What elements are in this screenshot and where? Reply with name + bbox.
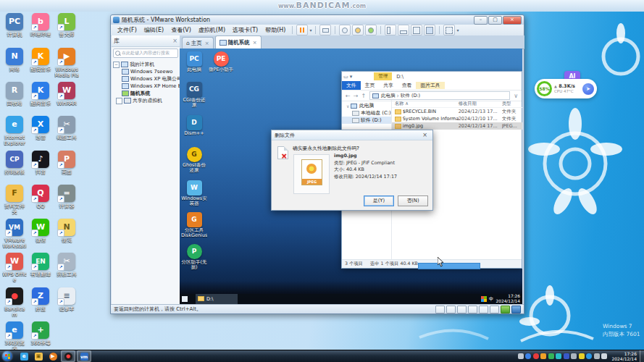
accelerator-ball-widget[interactable]: 58% ▲ 8.3K/s CPU 47°C ➤ [535,79,597,98]
minimize-button[interactable]: – [474,16,488,25]
ribbon-tab-home[interactable]: 主页 [361,82,380,89]
tab-close-icon[interactable]: × [205,41,209,46]
tray-icon[interactable] [540,353,546,359]
tray-icon[interactable] [556,353,561,359]
desktop-icon-network[interactable]: N网络 [2,48,27,72]
tray-icon[interactable] [594,353,600,359]
desktop-icon-folder[interactable]: F资料文件夹 [2,185,27,215]
library-close-icon[interactable]: × [172,38,177,44]
desktop-icon-notepad[interactable]: ≡↗记事本 [54,287,79,312]
desktop-icon-bandicam[interactable]: ●↗Bandicam [2,287,27,318]
dialog-close-icon[interactable]: × [420,132,430,138]
menu-view[interactable]: 查看(V) [167,25,195,35]
toolbar-fullscreen-button[interactable] [443,25,455,35]
close-button[interactable]: × [503,16,522,25]
toolbar-show-thumbnail-bar-button[interactable] [398,25,409,35]
quick-access-caret-icon[interactable]: ▾ [350,74,353,80]
desktop-icon-wechat[interactable]: W↗微信 [28,219,53,243]
tree-expand-icon[interactable] [116,98,122,104]
column-name[interactable]: 名称 ∧ [392,101,459,107]
toolbar-pause-button[interactable] [296,25,308,35]
desktop-icon-youdao-translate[interactable]: EN↗有道翻译 [28,253,53,277]
vm-start-button[interactable] [180,294,190,304]
menu-edit[interactable]: 编辑(E) [141,25,167,35]
tree-item-shared-vms[interactable]: 共享的虚拟机 [113,97,180,104]
forward-icon[interactable]: → [354,93,359,99]
menu-tabs[interactable]: 选项卡(T) [229,25,262,35]
vm-icon-partition-assistant[interactable]: P分区助手(无损) [181,244,207,271]
statusbar-hdd-icon[interactable] [435,306,445,313]
desktop-icon-snipping-tool[interactable]: ✂↗截图工具 [54,116,79,140]
taskbar-vmware-button[interactable]: vm [77,350,91,362]
desktop-icon-kugou-music[interactable]: K↗酷狗音乐 [28,82,53,106]
vmware-titlebar[interactable]: 随机系统 - VMware Workstation – ▢ × [111,15,524,25]
desktop-icon-haozip[interactable]: Z↗好压 [28,287,53,312]
ime-indicator[interactable]: 中 [489,296,494,303]
manage-contextual-tab[interactable]: 管理 [374,72,392,80]
breadcrumb-root[interactable]: 此电脑 [381,93,396,99]
desktop-icon-douyin[interactable]: ♪↗抖音 [28,151,53,175]
tree-item-winxp-company[interactable]: Windows XP 电脑公司 [113,75,180,83]
taskbar-ie-button[interactable]: e [17,351,30,361]
file-row[interactable]: System Volume Information 2024/12/10 17.… [392,115,522,122]
desktop-icon-calculator[interactable]: =↗计算器 [54,185,79,209]
dialog-titlebar[interactable]: 删除文件 × [272,130,432,140]
statusbar-floppy-icon[interactable] [457,306,467,313]
tray-icon[interactable] [571,353,577,359]
file-row[interactable]: $RECYCLE.BIN 2024/12/13 17... 文件夹 [392,108,522,115]
statusbar-cdrom-icon[interactable] [446,306,456,313]
tab-close-icon[interactable]: × [253,40,257,46]
desktop-icon-360-browser[interactable]: e↗360浏览器 [2,321,27,350]
taskbar-explorer-button[interactable]: ▣ [32,351,45,361]
statusbar-message-icon[interactable] [511,306,521,313]
statusbar-sound-icon[interactable] [490,306,499,313]
desktop-icon-vmware[interactable]: VM↗VMware Workstation [2,219,27,250]
desktop-icon-control-panel[interactable]: CP控制面板 [2,151,27,175]
toolbar-ctrl-alt-del-button[interactable] [319,25,331,35]
vm-icon-dism[interactable]: DDism++ [181,115,207,136]
menu-vm[interactable]: 虚拟机(M) [195,25,229,35]
statusbar-network-icon[interactable] [468,306,477,313]
toolbar-snapshot-button[interactable] [339,25,351,35]
tree-item-my-computer[interactable]: −我的计算机 [113,61,180,68]
toolbar-revert-snapshot-button[interactable] [352,25,364,35]
column-type[interactable]: 类型 [502,101,522,107]
taskbar-bandicam-button[interactable]: ● [61,350,75,362]
fullscreen-caret-icon[interactable]: ▾ [456,28,459,33]
toolbar-unity-mode-button[interactable] [424,25,435,35]
tray-icon[interactable] [579,353,585,359]
vm-icon-ghost-backup[interactable]: GGhost备份还原 [181,147,207,174]
volume-icon[interactable] [601,353,607,359]
ribbon-tab-share[interactable]: 共享 [379,82,398,89]
tray-icon[interactable] [564,353,569,359]
tree-collapse-icon[interactable]: − [113,62,120,68]
breadcrumb[interactable]: 此电脑 › 软件 (D:) [369,91,510,100]
desktop-icon-internet-explorer[interactable]: eInternet Explorer [2,116,27,146]
library-search-input[interactable]: 在此处键入内容进行搜索 [113,49,178,58]
maximize-button[interactable]: ▢ [488,16,502,25]
tab-random-system[interactable]: 随机系统 × [215,35,262,49]
toolbar-console-view-button[interactable] [411,25,422,35]
vm-icon-this-pc[interactable]: PC此电脑 [181,51,207,72]
desktop-icon-ludashi[interactable]: L↗鲁大师 [54,13,79,38]
address-dropdown-icon[interactable]: ∨ [514,93,518,99]
desktop-icon-bilibili[interactable]: b↗哔哩哔哩 [28,13,53,38]
desktop-icon-360-antivirus[interactable]: +↗360杀毒 [28,321,53,346]
menu-help[interactable]: 帮助(H) [262,25,289,35]
desktop-icon-clip-tool[interactable]: ✂↗剪贴工具 [54,253,79,277]
statusbar-printer-icon[interactable] [501,306,510,313]
desktop-icon-kuwo-music[interactable]: K↗酷我音乐 [28,48,53,72]
tray-icon[interactable] [525,353,531,359]
show-desktop-button[interactable] [640,350,644,362]
vm-clock[interactable]: 17:26 2024/12/14 [496,294,522,303]
tray-icon[interactable] [518,353,524,359]
tray-icon[interactable] [586,353,592,359]
host-clock[interactable]: 17:26 2024/12/14 [611,351,637,361]
yes-button[interactable]: 是(Y) [364,195,394,206]
photos-tray-icon[interactable] [481,296,487,302]
start-button[interactable] [2,351,12,361]
taskbar-media-player-button[interactable]: ▶ [46,351,59,361]
desktop-icon-qq[interactable]: Q↗QQ [28,185,53,209]
vm-guest-screen[interactable]: PC此电脑 PE微PE小助手 CGCGI备份还原 DDism++ GGhost备… [180,49,522,304]
nav-d-drive[interactable]: 软件 (D:) [342,117,391,124]
